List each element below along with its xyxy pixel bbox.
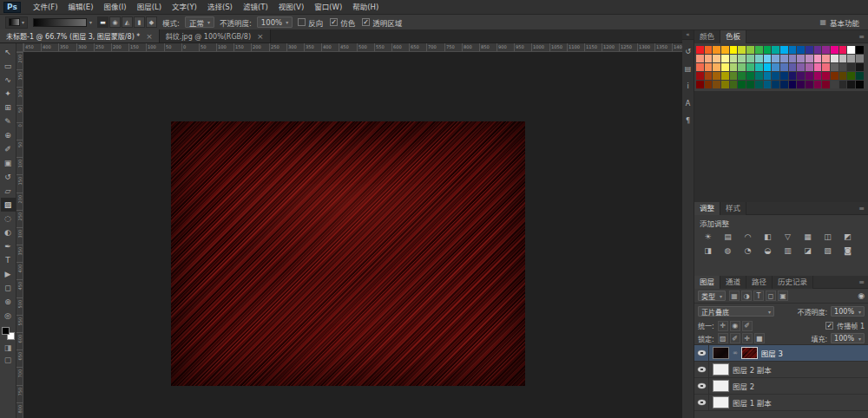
color-swatch[interactable] [755, 81, 763, 88]
filter-shape-icon[interactable]: ◻ [766, 291, 776, 301]
close-tab-icon[interactable]: × [257, 32, 264, 41]
channel-mixer-icon[interactable]: ◍ [718, 244, 738, 258]
color-swatch[interactable] [789, 46, 797, 54]
filter-pixel-icon[interactable]: ▦ [729, 291, 740, 301]
menu-item[interactable]: 选择(S) [202, 0, 238, 15]
eraser-tool[interactable]: ▱ [1, 184, 16, 198]
color-swatch[interactable] [705, 72, 713, 80]
layer-thumbnail[interactable] [713, 380, 729, 392]
color-swatch[interactable] [705, 55, 713, 62]
color-swatch[interactable] [797, 55, 805, 62]
checkbox-icon[interactable]: ✓ [362, 18, 370, 26]
color-swatch[interactable] [772, 72, 779, 80]
layer-row[interactable]: 图层 1 副本 [694, 395, 868, 411]
angle-gradient-button[interactable]: ◭ [122, 16, 133, 28]
lock-pixels-icon[interactable]: ✐ [730, 333, 740, 343]
color-swatch[interactable] [730, 63, 738, 71]
option-checkbox[interactable]: ✓仿色 [330, 17, 355, 28]
color-swatch[interactable] [847, 72, 855, 80]
vibrance-icon[interactable]: ▽ [778, 230, 798, 244]
type-tool[interactable]: T [1, 253, 16, 267]
dodge-tool[interactable]: ◐ [1, 225, 16, 239]
color-swatch[interactable] [847, 63, 855, 71]
menu-item[interactable]: 视图(V) [273, 0, 309, 15]
quick-selection-tool[interactable]: ✦ [1, 87, 16, 101]
blur-tool[interactable]: ◌ [1, 212, 16, 225]
color-swatch[interactable] [764, 63, 772, 71]
layer-row[interactable]: ∞图层 3 [694, 345, 868, 362]
panel-menu-icon[interactable]: ≡ [858, 33, 868, 41]
layers-panel-tab[interactable]: 通道 [720, 276, 746, 289]
info-icon[interactable]: i [683, 81, 694, 92]
color-swatch[interactable] [755, 55, 763, 62]
eyedropper-tool[interactable]: ✎ [1, 114, 16, 128]
color-swatch[interactable] [847, 46, 855, 54]
color-swatch[interactable] [839, 63, 847, 71]
color-swatch[interactable] [831, 46, 838, 54]
screen-mode-button[interactable]: ▢ [4, 356, 12, 364]
color-swatch[interactable] [814, 81, 822, 88]
opacity-select[interactable]: 100% ▾ [257, 16, 293, 28]
properties-icon[interactable]: ▤ [683, 63, 694, 75]
color-swatch[interactable] [780, 46, 788, 54]
color-swatch[interactable] [696, 55, 704, 62]
history-icon[interactable]: ↺ [683, 46, 694, 57]
gradient-editor-button[interactable]: ▾ [33, 16, 92, 29]
menu-item[interactable]: 文件(F) [28, 0, 63, 15]
pasteboard[interactable] [23, 52, 682, 418]
color-swatch[interactable] [713, 63, 720, 71]
color-swatch[interactable] [713, 72, 720, 80]
hue-saturation-icon[interactable]: ▦ [798, 230, 818, 244]
color-swatch[interactable] [797, 81, 805, 88]
color-swatch[interactable] [772, 63, 779, 71]
color-swatch[interactable] [856, 72, 864, 80]
unify-position-icon[interactable]: ✛ [718, 321, 728, 331]
swatches-panel-tab[interactable]: 颜色 [694, 30, 720, 43]
marquee-tool[interactable]: ▭ [1, 59, 16, 73]
layer-mask-thumbnail[interactable] [741, 347, 758, 359]
color-swatch[interactable] [713, 55, 720, 62]
workspace-switcher[interactable]: ▦ 基本功能 [819, 17, 863, 28]
color-swatch[interactable] [746, 46, 754, 54]
posterize-icon[interactable]: ▥ [778, 244, 798, 258]
hand-tool[interactable]: ⊛ [1, 295, 16, 309]
layer-visibility-toggle[interactable] [694, 395, 709, 410]
propagate-frame-checkbox[interactable]: ✓ [825, 322, 833, 330]
color-swatch[interactable] [789, 55, 797, 62]
color-swatch[interactable] [847, 55, 855, 62]
quick-mask-button[interactable]: ◨ [4, 343, 12, 352]
color-swatch[interactable] [738, 46, 746, 54]
lasso-tool[interactable]: ∿ [1, 73, 16, 87]
layers-panel-tab[interactable]: 图层 [694, 276, 720, 289]
color-swatch[interactable] [721, 81, 729, 88]
document-tab[interactable]: 未标题-1 @ 66.7% (图层 3, 图层蒙版/8) *× [0, 29, 160, 42]
color-swatch[interactable] [806, 81, 813, 88]
color-swatch[interactable] [856, 81, 864, 88]
color-swatch[interactable] [746, 72, 754, 80]
color-swatch[interactable] [721, 46, 729, 54]
filter-type-icon[interactable]: T [753, 291, 764, 301]
clone-stamp-tool[interactable]: ▣ [1, 156, 16, 170]
color-swatch[interactable] [814, 72, 822, 80]
color-swatch[interactable] [822, 72, 830, 80]
menu-item[interactable]: 图层(L) [132, 0, 167, 15]
color-swatch[interactable] [738, 81, 746, 88]
vertical-ruler[interactable]: 2001501005005010015020025030035040045050… [16, 52, 23, 418]
levels-icon[interactable]: ▤ [718, 230, 738, 244]
color-swatch[interactable] [839, 55, 847, 62]
color-swatch[interactable] [696, 72, 704, 80]
foreground-color-swatch[interactable] [2, 327, 10, 335]
color-swatch[interactable] [780, 63, 788, 71]
color-picker-control[interactable] [2, 327, 15, 340]
zoom-tool[interactable]: ◎ [1, 309, 16, 323]
move-tool[interactable]: ↖ [1, 45, 16, 59]
layer-thumbnail[interactable] [713, 396, 729, 408]
color-swatch[interactable] [713, 81, 720, 88]
threshold-icon[interactable]: ◪ [798, 244, 818, 258]
color-swatch[interactable] [772, 55, 779, 62]
pen-tool[interactable]: ✒ [1, 239, 16, 253]
color-swatch[interactable] [764, 55, 772, 62]
filter-toggle-icon[interactable]: ◉ [858, 291, 865, 300]
history-brush-tool[interactable]: ↺ [1, 170, 16, 184]
color-swatch[interactable] [738, 72, 746, 80]
